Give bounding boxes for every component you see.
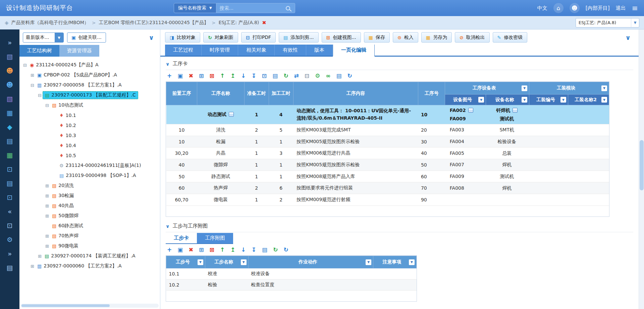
assembly-box-icon[interactable]: ▧ — [0, 50, 19, 64]
compare-object-button[interactable]: ◨比较对象 — [165, 32, 200, 43]
batch-edit-icon[interactable]: ⚙ — [315, 73, 320, 79]
tree-node[interactable]: ♦10.4 — [19, 140, 160, 150]
filter-icon[interactable]: ▼ — [601, 97, 607, 103]
tree-node[interactable]: ⊟▥230927-0000058 【工艺方案1】.A — [19, 80, 160, 90]
version-select[interactable]: 最新版本... ▼ — [23, 33, 64, 43]
detail-card-icon[interactable] — [513, 108, 518, 113]
search-category-dropdown[interactable]: 编号名称搜索 ▼ — [174, 3, 216, 13]
settings-gear-icon[interactable]: ⚙ — [0, 233, 19, 247]
tree-node[interactable]: ⊞▧20清洗 — [19, 181, 160, 191]
print-pdf-button[interactable]: ⊟打印PDF — [241, 32, 276, 43]
language-toggle[interactable]: 中文 — [537, 5, 547, 11]
move-top-icon[interactable]: ↥ — [230, 247, 235, 253]
tree-node[interactable]: ♦10.2 — [19, 120, 160, 130]
breadcrumb-item[interactable]: 产品资料库（高科电子行业/MBOM） — [11, 20, 89, 26]
detail-card-icon[interactable] — [229, 112, 234, 117]
link-icon[interactable]: ∞ — [326, 73, 330, 79]
double-chevron-right-icon[interactable]: » — [0, 36, 19, 50]
expand-toggle-icon[interactable]: ⊞ — [30, 264, 35, 269]
panel-collapse-chevron-icon[interactable]: ∨ — [149, 35, 157, 41]
file-icon[interactable]: ▤ — [0, 261, 19, 275]
tab-one-page-edit[interactable]: 一页化编辑 — [333, 45, 375, 57]
expand-toggle-icon[interactable]: ⊞ — [44, 193, 50, 198]
process-row[interactable]: 40微隙焊11按照KM005规范按图所示检验50FA007焊机 — [166, 159, 609, 171]
refresh-object-button[interactable]: ↻对象刷新 — [203, 32, 238, 43]
expand-toggle-icon[interactable]: ⊞ — [44, 183, 50, 188]
collapse-toggle-icon[interactable]: ⊟ — [30, 83, 35, 88]
swap-icon[interactable]: ⇄ — [294, 73, 299, 79]
tab-timing[interactable]: 时序管理 — [202, 45, 238, 56]
tree-node[interactable]: ♦10.5 — [19, 150, 160, 161]
sync-icon[interactable]: ↻ — [283, 247, 288, 253]
filter-icon[interactable]: ▼ — [478, 97, 484, 103]
find-in-table-icon[interactable]: ⊡ — [262, 73, 267, 79]
add-row-icon[interactable]: + — [167, 247, 172, 253]
add-row-icon[interactable]: + — [167, 73, 172, 79]
tab-resource-explorer[interactable]: 资源管理器 — [59, 45, 99, 57]
cancel-checkout-button[interactable]: ⊘取消检出 — [455, 32, 490, 43]
tree-node[interactable]: ⊞▧30检漏 — [19, 191, 160, 201]
workstation-icon[interactable]: ⊡ — [0, 219, 19, 233]
process-row[interactable]: 30,20共晶13按照KM006规范进行共晶40FA005总装 — [166, 147, 609, 159]
tree-node[interactable]: ⊟▧10动态测试 — [19, 100, 160, 110]
process-row[interactable]: 动态测试14动态测试，使用工具： 10-0011：UV固化单元-通用-流转/双头… — [166, 105, 609, 124]
move-bottom-icon[interactable]: ↧ — [252, 73, 256, 79]
tree-node[interactable]: ⊞▧70热声焊 — [19, 231, 160, 241]
check-in-button[interactable]: ⊙检入 — [393, 32, 418, 43]
double-chevron-left-icon[interactable]: « — [0, 204, 19, 219]
process-row[interactable]: 50静态测试11按照KM008规范将产品入库60FA009测试机 — [166, 171, 609, 182]
tab-op-figure[interactable]: 工序附图 — [197, 233, 233, 243]
display-icon[interactable]: ⊡ — [0, 190, 19, 204]
expand-toggle-icon[interactable]: ⊞ — [44, 203, 50, 208]
process-row[interactable]: 60,70微电装12按照KM009规范进行射频90 — [166, 194, 609, 206]
tree-horizontal-scrollbar[interactable] — [21, 304, 159, 308]
filter-icon[interactable]: ▼ — [522, 85, 527, 91]
tree-node[interactable]: ⊞▧40共晶 — [19, 201, 160, 211]
tab-validity[interactable]: 有效性 — [275, 45, 306, 56]
report-icon[interactable]: ▤ — [336, 73, 342, 79]
filter-icon[interactable]: ▼ — [601, 85, 607, 91]
expand-toggle-icon[interactable]: ⊞ — [44, 244, 50, 249]
close-context-icon[interactable]: ✖ — [262, 20, 266, 26]
table-grid-icon[interactable]: ▦ — [0, 148, 19, 162]
modify-security-button[interactable]: ✎修改密级 — [493, 32, 528, 43]
filter-icon[interactable]: ▼ — [560, 97, 566, 103]
menu-icon[interactable]: ≡ — [632, 4, 638, 12]
create-relation-button[interactable]: ▣ 创建关联... — [67, 33, 106, 43]
move-bottom-icon[interactable]: ↧ — [252, 247, 256, 253]
expand-toggle-icon[interactable]: ⊞ — [44, 213, 50, 219]
refresh-icon[interactable]: ↻ — [283, 73, 288, 79]
move-top-icon[interactable]: ↥ — [230, 73, 235, 79]
create-view-button[interactable]: ⊞创建视图... — [322, 32, 361, 43]
scrollbar-thumb[interactable] — [21, 304, 110, 307]
tab-related-objects[interactable]: 相关对象 — [238, 45, 275, 56]
print-icon[interactable]: ⊟ — [305, 73, 309, 79]
save-as-button[interactable]: ▦另存为 — [421, 32, 452, 43]
monitor-icon[interactable]: ⊡ — [0, 162, 19, 176]
sync-icon[interactable]: ↻ — [347, 73, 352, 79]
delete-row-icon[interactable]: ✖ — [189, 73, 193, 79]
remove-row-icon[interactable]: ⊠ — [210, 247, 214, 253]
move-down-icon[interactable]: ↓ — [241, 73, 246, 79]
tab-version[interactable]: 版本 — [306, 45, 333, 56]
tree-node[interactable]: ⊞▥230927-0000060 【工艺方案2】.A — [19, 261, 160, 271]
tab-step-card[interactable]: 工步卡 — [166, 233, 197, 243]
remove-row-icon[interactable]: ⊠ — [210, 73, 214, 79]
add-to-clipboard-button[interactable]: ▤添加到剪... — [279, 32, 319, 43]
user-avatar-icon[interactable]: ☻ — [570, 3, 580, 13]
process-row[interactable]: 60热声焊26按图纸要求将元件进行组装70FA008焊机 — [166, 182, 609, 194]
collapse-toggle-icon[interactable]: ⊟ — [22, 63, 28, 68]
filter-icon[interactable]: ▼ — [366, 259, 371, 265]
logout-button[interactable]: 退出 — [616, 5, 626, 11]
double-chevron-right2-icon[interactable]: » — [0, 247, 19, 261]
document-icon[interactable]: ▤ — [0, 134, 19, 148]
expand-toggle-icon[interactable]: ⊞ — [30, 73, 35, 78]
process-row[interactable]: 10清洗25按照KM003规范完成SMT20FA003SMT机 — [166, 124, 609, 136]
tree-node[interactable]: ⊟▤230927-0000173 【装配工艺规程】.C — [19, 90, 160, 100]
tree-node[interactable]: ▧60静态测试 — [19, 221, 160, 231]
detail-card-icon[interactable] — [468, 108, 473, 113]
step-row[interactable]: 10.1校准校准设备 — [166, 268, 417, 280]
product-box-icon[interactable]: ▧ — [0, 92, 19, 106]
window-scrollbar[interactable] — [639, 29, 644, 309]
tree-node[interactable]: ⚙231124-00002461911[盖板]A(1) — [19, 161, 160, 171]
